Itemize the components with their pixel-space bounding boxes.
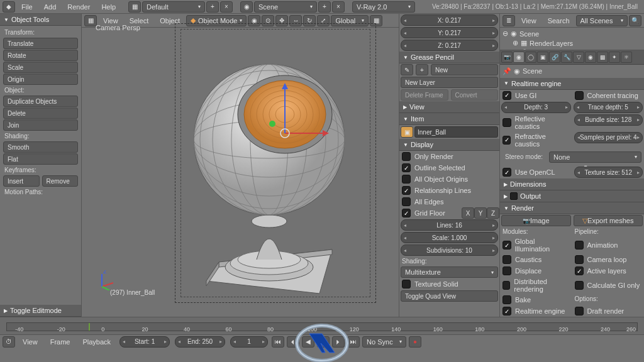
grid-scale[interactable]: Scale: 1.000 [401, 232, 498, 243]
outliner-view-menu[interactable]: View [516, 15, 541, 26]
gp-add-icon[interactable]: + [416, 64, 428, 75]
gp-draw-icon[interactable]: ✎ [401, 64, 413, 75]
insert-keyframe-button[interactable]: Insert [3, 175, 40, 187]
displace-check[interactable]: Displace [500, 265, 572, 277]
prev-frame-icon[interactable]: ⏴ [287, 336, 299, 348]
add-layout-button[interactable]: + [206, 1, 219, 13]
stereo-mode-dropdown[interactable]: None [549, 151, 641, 163]
grid-floor-check[interactable]: Grid Floor [399, 207, 462, 219]
tab-scene[interactable]: ◉ [513, 52, 525, 63]
only-render-check[interactable]: Only Render [399, 151, 499, 162]
transform-y[interactable]: Y: 0.217 [401, 27, 498, 38]
remove-keyframe-button[interactable]: Remove [42, 175, 79, 187]
timeline-editor-icon[interactable]: ⏱ [3, 336, 15, 348]
timeline-view-menu[interactable]: View [18, 336, 43, 348]
play-reverse-icon[interactable]: ◀ [302, 336, 314, 348]
join-button[interactable]: Join [3, 119, 78, 131]
origin-button[interactable]: Origin [3, 74, 78, 85]
timeline[interactable]: -40 -20 0 20 40 60 80 100 120 140 160 18… [0, 317, 644, 334]
next-frame-icon[interactable]: ⏵ [332, 336, 345, 348]
animation-check[interactable]: Animation [572, 236, 645, 254]
tree-scene[interactable]: ⊖◉Scene [502, 29, 641, 38]
sync-dropdown[interactable]: No Sync [362, 336, 406, 348]
outliner-filter-dropdown[interactable]: All Scenes [576, 15, 628, 26]
object-tools-panel-header[interactable]: Object Tools [0, 14, 81, 26]
item-name-field[interactable]: Inner_Ball [414, 126, 498, 138]
gi-depth[interactable]: Depth: 3 [501, 102, 571, 113]
start-frame[interactable]: Start: 1 [119, 336, 170, 348]
caustics-check[interactable]: Caustics [500, 254, 572, 265]
gi-check[interactable]: Global Illumination [500, 236, 572, 254]
grid-z-button[interactable]: Z [487, 207, 499, 219]
duplicate-button[interactable]: Duplicate Objects [3, 96, 78, 107]
translate-button[interactable]: Translate [3, 38, 78, 49]
tab-particles[interactable]: ✦ [609, 52, 620, 63]
play-icon[interactable]: ▶ [317, 336, 330, 348]
delete-button[interactable]: Delete [3, 107, 78, 119]
calc-gi-check[interactable]: Calculate GI only [572, 277, 645, 294]
dimensions-header[interactable]: Dimensions [500, 178, 644, 190]
menu-file[interactable]: File [16, 1, 38, 13]
coherent-tracing-check[interactable]: Coherent tracing [572, 90, 645, 101]
outline-selected-check[interactable]: Outline Selected [399, 162, 499, 173]
tab-constraints[interactable]: 🔗 [549, 52, 560, 63]
gp-new-button[interactable]: New [431, 64, 498, 75]
scale-button[interactable]: Scale [3, 62, 78, 73]
scene-icon[interactable]: ◉ [240, 1, 253, 13]
output-header[interactable]: Output [500, 190, 644, 202]
tab-render[interactable]: 📷 [501, 52, 513, 63]
timeline-frame-menu[interactable]: Frame [45, 336, 75, 348]
view-panel-header[interactable]: View [399, 101, 499, 113]
tab-world[interactable]: ◯ [525, 52, 536, 63]
menu-help[interactable]: Help [96, 1, 121, 13]
tab-physics[interactable]: ⚛ [621, 52, 632, 63]
add-scene-button[interactable]: + [318, 1, 331, 13]
scene-dropdown[interactable]: Scene [254, 1, 317, 13]
jump-end-icon[interactable]: ⏭ [347, 336, 360, 348]
draft-render-check[interactable]: Draft render [572, 305, 645, 317]
3d-viewport[interactable]: Camera Persp [88, 20, 392, 298]
timeline-playback-menu[interactable]: Playback [77, 336, 116, 348]
grease-pencil-header[interactable]: Grease Pencil [399, 52, 499, 63]
item-panel-header[interactable]: Item [399, 113, 499, 125]
tab-material[interactable]: ◉ [585, 52, 596, 63]
gp-new-layer-button[interactable]: New Layer [401, 77, 498, 88]
textured-solid-check[interactable]: Textured Solid [399, 278, 499, 290]
trace-depth[interactable]: Trace depth: 5 [574, 102, 643, 113]
tab-data[interactable]: ▽ [573, 52, 584, 63]
current-frame[interactable]: 1 [230, 336, 268, 348]
render-image-button[interactable]: 📷 Image [501, 215, 571, 226]
outliner-editor-icon[interactable]: ≣ [502, 15, 515, 26]
reflective-caustics-check[interactable]: Reflective caustics [500, 114, 573, 131]
export-meshes-button[interactable]: ▽ Export meshes [574, 215, 643, 226]
toggle-quad-view-button[interactable]: Toggle Quad View [401, 290, 498, 302]
record-icon[interactable]: ● [409, 336, 421, 348]
end-frame[interactable]: End: 250 [175, 336, 225, 348]
outliner-search-icon[interactable]: 🔍 [629, 15, 641, 26]
grid-y-button[interactable]: Y [474, 207, 487, 219]
blender-icon[interactable]: ◆ [3, 1, 15, 13]
jump-start-icon[interactable]: ⏮ [272, 336, 284, 348]
tab-modifiers[interactable]: 🔧 [561, 52, 572, 63]
remove-scene-button[interactable]: × [332, 1, 345, 13]
tab-texture[interactable]: ▩ [597, 52, 608, 63]
all-origins-check[interactable]: All Object Origins [399, 173, 499, 185]
screen-layout-icon[interactable]: ▦ [128, 1, 141, 13]
smooth-button[interactable]: Smooth [3, 141, 78, 153]
camera-loop-check[interactable]: Camera loop [572, 254, 645, 265]
menu-add[interactable]: Add [39, 1, 62, 13]
layout-preset-dropdown[interactable]: Default [142, 1, 205, 13]
render-engine-dropdown[interactable]: V-Ray 2.0 [352, 1, 415, 13]
realtime-engine-check[interactable]: Realtime engine [500, 305, 572, 317]
rotate-button[interactable]: Rotate [3, 50, 78, 61]
grid-lines[interactable]: Lines: 16 [401, 219, 498, 231]
bundle-size[interactable]: Bundle size: 128 [574, 114, 643, 126]
tree-renderlayers[interactable]: ⊕▦RenderLayers [502, 38, 641, 48]
display-panel-header[interactable]: Display [399, 139, 499, 151]
tab-object[interactable]: ▣ [537, 52, 548, 63]
use-gi-check[interactable]: Use GI [500, 90, 572, 101]
grid-x-button[interactable]: X [462, 207, 474, 219]
gp-convert-button[interactable]: Convert [451, 89, 499, 101]
realtime-engine-header[interactable]: Realtime engine [500, 78, 644, 90]
menu-render[interactable]: Render [62, 1, 95, 13]
